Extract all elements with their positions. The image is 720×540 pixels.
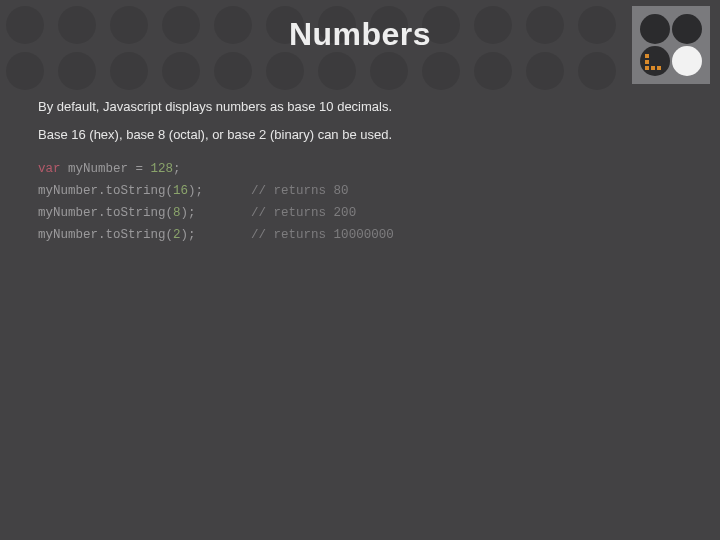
code-function: toString xyxy=(106,228,166,242)
code-number: 8 xyxy=(173,206,181,220)
code-block: var myNumber = 128; myNumber.toString(16… xyxy=(38,159,682,247)
code-line-1: var myNumber = 128; xyxy=(38,162,181,176)
slide-body: By default, Javascript displays numbers … xyxy=(38,98,682,247)
code-line-3: myNumber.toString(8); // returns 200 xyxy=(38,206,356,220)
paragraph-2: Base 16 (hex), base 8 (octal), or base 2… xyxy=(38,126,682,144)
code-identifier: myNumber xyxy=(68,162,128,176)
decorative-dots-row-2 xyxy=(0,52,616,90)
code-function: toString xyxy=(106,184,166,198)
code-line-2: myNumber.toString(16);// returns 80 xyxy=(38,184,349,198)
code-number: 16 xyxy=(173,184,188,198)
code-number: 2 xyxy=(173,228,181,242)
code-comment: // returns 80 xyxy=(251,184,349,198)
code-comment: // returns 200 xyxy=(251,206,356,220)
code-function: toString xyxy=(106,206,166,220)
code-line-4: myNumber.toString(2); // returns 1000000… xyxy=(38,228,394,242)
code-comment: // returns 10000000 xyxy=(251,228,394,242)
code-keyword: var xyxy=(38,162,61,176)
paragraph-1: By default, Javascript displays numbers … xyxy=(38,98,682,116)
slide-title: Numbers xyxy=(0,16,720,53)
code-number: 128 xyxy=(151,162,174,176)
